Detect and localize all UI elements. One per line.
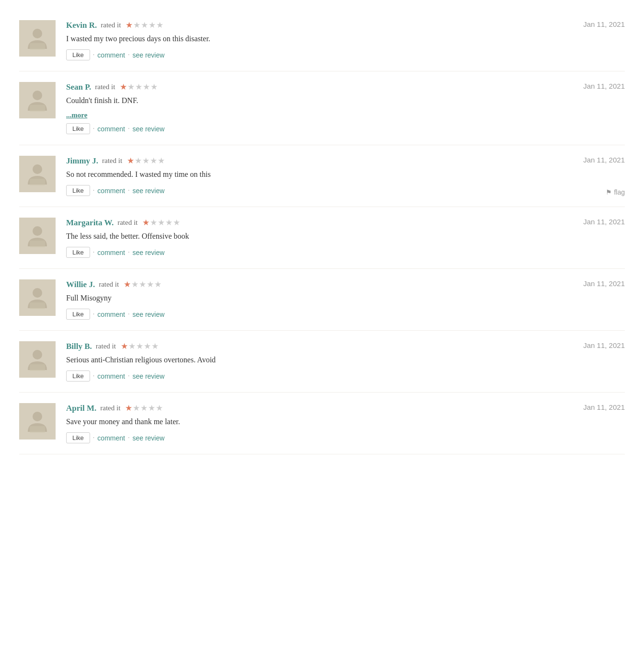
see-review-link[interactable]: see review [132, 51, 164, 59]
reviewer-avatar [19, 341, 56, 378]
svg-rect-3 [30, 105, 45, 112]
star-filled: ★ [127, 156, 134, 166]
star-empty: ★ [150, 156, 157, 166]
svg-rect-9 [30, 302, 45, 309]
review-content: Sean P. rated it ★★★★★ Couldn't finish i… [66, 82, 625, 134]
review-date: Jan 11, 2021 [583, 218, 625, 226]
star-empty: ★ [165, 218, 172, 228]
review-text: I wasted my two precious days on this di… [66, 33, 625, 45]
star-filled: ★ [120, 82, 127, 92]
action-dot: · [128, 125, 130, 133]
reviewer-name[interactable]: Kevin R. [66, 21, 97, 30]
star-empty: ★ [133, 20, 140, 30]
svg-point-6 [33, 226, 42, 236]
reviewer-avatar [19, 20, 56, 57]
review-item: Sean P. rated it ★★★★★ Couldn't finish i… [19, 71, 625, 145]
reviewer-name[interactable]: Margarita W. [66, 218, 114, 228]
rated-text: rated it [100, 404, 120, 412]
star-empty: ★ [140, 403, 148, 413]
svg-point-8 [33, 288, 42, 298]
action-dot: · [93, 249, 95, 256]
review-content: Kevin R. rated it ★★★★★ I wasted my two … [66, 20, 625, 60]
action-dot: · [128, 434, 130, 442]
see-review-link[interactable]: see review [132, 434, 164, 442]
review-actions: Like · comment · see review [66, 432, 625, 443]
review-date: Jan 11, 2021 [583, 279, 625, 288]
see-review-link[interactable]: see review [132, 125, 164, 133]
review-text: Save your money and thank me later. [66, 416, 625, 428]
star-rating: ★★★★★ [125, 403, 163, 413]
comment-link[interactable]: comment [97, 434, 125, 442]
like-button[interactable]: Like [66, 185, 90, 196]
star-empty: ★ [135, 82, 142, 92]
reviewer-name[interactable]: Billy B. [66, 342, 92, 351]
action-dot: · [93, 372, 95, 380]
star-rating: ★★★★★ [142, 218, 180, 228]
reviewer-name[interactable]: Willie J. [66, 280, 95, 289]
star-empty: ★ [173, 218, 180, 228]
like-button[interactable]: Like [66, 123, 90, 134]
star-empty: ★ [142, 156, 150, 166]
reviewer-name[interactable]: Jimmy J. [66, 156, 98, 166]
like-button[interactable]: Like [66, 309, 90, 320]
more-link[interactable]: ...more [66, 111, 625, 119]
star-empty: ★ [136, 341, 143, 351]
reviewer-avatar [19, 218, 56, 254]
see-review-link[interactable]: see review [132, 311, 164, 318]
review-header: April M. rated it ★★★★★ [66, 403, 625, 413]
review-actions: Like · comment · see review [66, 123, 625, 134]
review-item: April M. rated it ★★★★★ Save your money … [19, 393, 625, 454]
review-text: Couldn't finish it. DNF. [66, 95, 625, 106]
like-button[interactable]: Like [66, 49, 90, 60]
review-actions: Like · comment · see review [66, 49, 625, 60]
action-dot: · [93, 187, 95, 195]
star-empty: ★ [150, 218, 157, 228]
review-date: Jan 11, 2021 [583, 82, 625, 90]
comment-link[interactable]: comment [97, 249, 125, 256]
comment-link[interactable]: comment [97, 51, 125, 59]
star-rating: ★★★★★ [124, 279, 161, 289]
comment-link[interactable]: comment [97, 372, 125, 380]
flag-link[interactable]: ⚑ flag [606, 188, 625, 196]
review-item: Jimmy J. rated it ★★★★★ So not recommend… [19, 145, 625, 207]
comment-link[interactable]: comment [97, 311, 125, 318]
see-review-link[interactable]: see review [132, 372, 164, 380]
review-item: Kevin R. rated it ★★★★★ I wasted my two … [19, 10, 625, 71]
comment-link[interactable]: comment [97, 125, 125, 133]
action-dot: · [128, 311, 130, 318]
star-empty: ★ [154, 279, 161, 289]
see-review-link[interactable]: see review [132, 249, 164, 256]
action-dot: · [93, 125, 95, 133]
star-filled: ★ [126, 20, 133, 30]
rated-text: rated it [96, 342, 116, 350]
star-empty: ★ [139, 279, 146, 289]
svg-point-12 [33, 412, 42, 421]
star-empty: ★ [135, 156, 142, 166]
review-actions: Like · comment · see review [66, 309, 625, 320]
star-empty: ★ [156, 403, 163, 413]
svg-point-2 [33, 91, 42, 100]
star-rating: ★★★★★ [127, 156, 165, 166]
reviewer-avatar [19, 156, 56, 192]
reviewer-name[interactable]: April M. [66, 404, 96, 413]
review-header: Kevin R. rated it ★★★★★ [66, 20, 625, 30]
star-empty: ★ [143, 82, 150, 92]
reviewer-name[interactable]: Sean P. [66, 82, 91, 92]
like-button[interactable]: Like [66, 247, 90, 258]
like-button[interactable]: Like [66, 370, 90, 382]
review-date: Jan 11, 2021 [583, 403, 625, 411]
review-list: Kevin R. rated it ★★★★★ I wasted my two … [19, 10, 625, 454]
svg-rect-1 [30, 43, 45, 50]
like-button[interactable]: Like [66, 432, 90, 443]
reviewer-avatar [19, 82, 56, 118]
svg-point-4 [33, 164, 42, 174]
star-empty: ★ [156, 20, 163, 30]
see-review-link[interactable]: see review [132, 187, 164, 195]
star-empty: ★ [128, 341, 136, 351]
star-empty: ★ [131, 279, 138, 289]
action-dot: · [128, 187, 130, 195]
rated-text: rated it [95, 83, 115, 91]
rated-text: rated it [117, 219, 138, 227]
review-item: Margarita W. rated it ★★★★★ The less sai… [19, 207, 625, 269]
comment-link[interactable]: comment [97, 187, 125, 195]
